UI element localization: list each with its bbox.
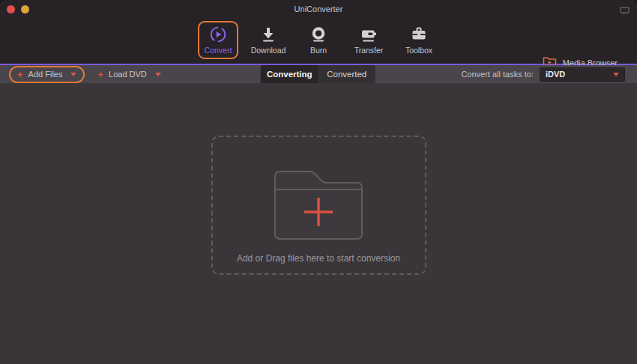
- transfer-icon: [360, 25, 378, 44]
- tab-transfer-label: Transfer: [354, 46, 384, 55]
- uniconverter-window: UniConverter Convert: [0, 0, 637, 364]
- tab-toolbox[interactable]: Toolbox: [399, 21, 439, 59]
- sub-toolbar: + Add Files + Load DVD Converting Conver…: [0, 65, 637, 83]
- tab-transfer[interactable]: Transfer: [348, 21, 389, 59]
- tab-converting[interactable]: Converting: [261, 65, 318, 83]
- window-title: UniConverter: [0, 0, 637, 18]
- main-toolbar: Convert Download Burn: [0, 18, 637, 64]
- chevron-down-icon: [613, 73, 619, 76]
- minimize-window-button[interactable]: [21, 5, 29, 13]
- tab-download[interactable]: Download: [248, 21, 289, 59]
- chevron-down-icon[interactable]: [155, 73, 161, 76]
- tab-converted[interactable]: Converted: [318, 65, 375, 83]
- tab-download-label: Download: [251, 46, 286, 55]
- dropzone-hint: Add or Drag files here to start conversi…: [213, 253, 425, 264]
- convert-target-value: iDVD: [546, 70, 565, 79]
- traffic-lights: [7, 5, 29, 13]
- convert-all-tasks-label: Convert all tasks to:: [461, 70, 534, 79]
- convert-target-group: Convert all tasks to: iDVD: [461, 65, 625, 83]
- main-area: Add or Drag files here to start conversi…: [0, 136, 637, 364]
- close-window-button[interactable]: [7, 5, 15, 13]
- load-dvd-button[interactable]: + Load DVD: [91, 67, 167, 82]
- download-icon: [259, 25, 277, 44]
- tab-convert-label: Convert: [205, 46, 232, 55]
- tab-toolbox-label: Toolbox: [405, 46, 432, 55]
- toolbox-icon: [410, 25, 428, 44]
- plus-icon: +: [97, 70, 103, 79]
- tab-convert[interactable]: Convert: [198, 21, 238, 59]
- add-files-label: Add Files: [28, 70, 63, 79]
- tab-burn-label: Burn: [310, 46, 327, 55]
- file-dropzone[interactable]: Add or Drag files here to start conversi…: [211, 136, 426, 275]
- plus-icon: +: [17, 70, 23, 79]
- tab-burn[interactable]: Burn: [298, 21, 339, 59]
- convert-target-dropdown[interactable]: iDVD: [540, 67, 625, 82]
- add-folder-icon[interactable]: [272, 169, 365, 245]
- load-dvd-label: Load DVD: [109, 70, 147, 79]
- convert-icon: [209, 25, 227, 44]
- convert-status-tabs: Converting Converted: [261, 65, 375, 83]
- toolbar-tabs: Convert Download Burn: [0, 21, 637, 59]
- feedback-bubble-icon[interactable]: [620, 4, 630, 18]
- burn-icon: [310, 25, 327, 44]
- titlebar: UniConverter: [0, 0, 637, 18]
- chevron-down-icon[interactable]: [70, 73, 76, 76]
- add-files-button[interactable]: + Add Files: [9, 66, 85, 83]
